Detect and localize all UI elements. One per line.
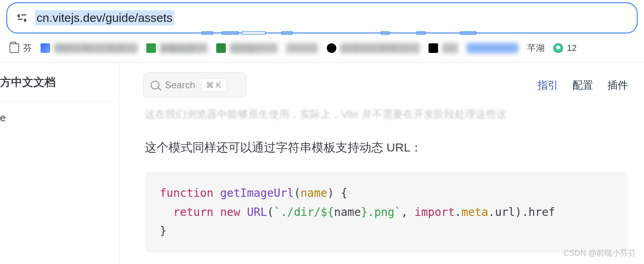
code-token: , [401,206,415,219]
code-token: import [415,206,455,219]
divider [0,102,114,102]
bookmark-item[interactable]: Axur… R… …0.3/… [41,43,138,53]
favicon-icon [41,43,50,53]
bookmark-item[interactable]: 车辆信息 [146,43,208,53]
faded-prev-paragraph: 这在我们浏览器中能够原生使用，实际上，Vite 并不需要在开发阶段处理这些这 [145,107,628,121]
bookmark-label: 芊湖 [527,42,545,54]
docs-topbar: Search ⌘ K 指引 配置 插件 [119,63,644,107]
folder-icon [10,43,19,53]
window-snap-handles [7,30,637,34]
main-column: Search ⌘ K 指引 配置 插件 这在我们浏览器中能够原生使用，实际上，V… [119,63,644,264]
code-token: ) [515,206,522,219]
article-content: 这在我们浏览器中能够原生使用，实际上，Vite 并不需要在开发阶段处理这些这 这… [119,107,644,252]
search-button[interactable]: Search ⌘ K [143,72,246,98]
watermark: CSDN @前端小芬芬 [563,248,636,258]
bookmark-label [442,43,458,53]
code-token: } [160,224,167,237]
avatar-icon [553,43,563,53]
favicon-icon [216,43,226,53]
sidebar-title: 方中文文档 [0,75,119,102]
code-token: return [173,206,213,219]
search-label: Search [165,80,195,91]
code-token: `./dir/${ [274,206,334,219]
bookmark-label: Axur… R… …0.3/… [54,43,138,53]
code-token: . [522,206,528,219]
browser-address-bar[interactable]: cn.vitejs.dev/guide/assets [6,2,638,33]
bookmark-item[interactable]: u…k… …or m… [327,43,420,53]
nav-config[interactable]: 配置 [572,78,593,92]
bookmarks-bar: 芬 Axur… R… …0.3/… 车辆信息 支付宝 u…k… …or m… 芊… [0,33,644,63]
address-url[interactable]: cn.vitejs.dev/guide/assets [35,10,174,25]
bookmark-item[interactable] [467,43,518,53]
sidebar-item[interactable]: e [0,112,119,124]
code-token: name [301,186,327,200]
favicon-icon [429,43,438,53]
bookmark-label [286,43,318,53]
bookmark-label: 车辆信息 [160,43,208,53]
bookmark-item[interactable] [286,43,318,53]
bookmark-item[interactable]: 芊湖 [527,42,545,54]
bookmark-label: u…k… …or m… [340,43,420,53]
favicon-icon [146,43,156,53]
bookmark-folder[interactable]: 芬 [10,42,32,54]
bookmark-label [467,43,518,53]
site-settings-icon[interactable] [17,14,26,22]
nav-guide[interactable]: 指引 [537,78,558,92]
bookmark-item[interactable]: 12 [553,43,576,53]
code-token: { [341,186,347,200]
docs-sidebar: 方中文文档 e [0,63,119,264]
code-token: url [495,206,515,219]
code-token: getImageUrl [220,186,294,200]
nav-plugins[interactable]: 插件 [607,78,628,92]
bookmark-item[interactable]: 支付宝 [216,43,277,53]
search-shortcut: ⌘ K [201,78,227,92]
bookmark-label: 支付宝 [230,43,277,53]
bookmark-label: 芬 [23,42,32,54]
code-block[interactable]: function getImageUrl(name) { return new … [145,172,628,252]
search-icon [151,81,159,89]
page-body: 方中文文档 e Search ⌘ K 指引 配置 插件 这在我们浏览器中能够原生… [0,63,644,264]
paragraph: 这个模式同样还可以通过字符串模板支持动态 URL： [145,140,628,156]
code-token: . [488,206,495,219]
code-token: href [528,206,555,219]
code-token: URL [247,206,267,219]
code-token: meta [462,206,488,219]
code-token: . [455,206,462,219]
code-token: }.png` [361,206,401,219]
code-token: new [220,206,241,219]
code-token: function [160,186,213,200]
favicon-icon [327,43,336,53]
bookmark-label: 12 [567,43,576,53]
bookmark-item[interactable] [429,43,458,53]
code-token: name [334,206,361,219]
